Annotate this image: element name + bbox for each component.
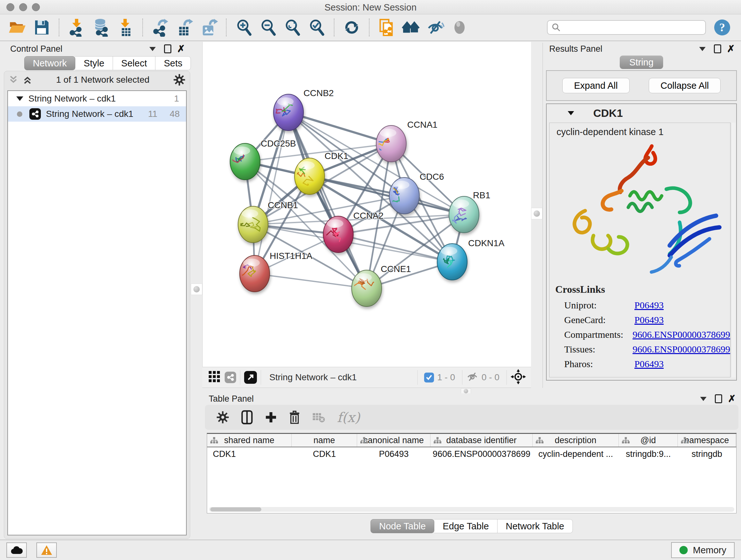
share-network-icon[interactable] <box>225 372 236 383</box>
table-cell[interactable]: P06493 <box>357 447 430 461</box>
tab-edge-table[interactable]: Edge Table <box>434 519 497 533</box>
tree-expand-icon[interactable] <box>16 97 23 101</box>
export-table-button[interactable] <box>174 17 195 38</box>
function-builder-icon[interactable]: f(x) <box>337 410 360 425</box>
crosslink-link[interactable]: P06493 <box>634 314 664 325</box>
string-home-button[interactable] <box>401 17 421 38</box>
table-cell[interactable]: stringdb <box>678 447 736 461</box>
network-node-CDC25B[interactable] <box>230 143 260 180</box>
import-table-button[interactable] <box>115 17 136 38</box>
zoom-out-button[interactable] <box>258 17 279 38</box>
zoom-fit-button[interactable] <box>282 17 303 38</box>
zoom-in-button[interactable] <box>233 17 254 38</box>
vertical-splitter-left[interactable] <box>191 42 202 388</box>
crosshair-icon[interactable] <box>511 369 526 386</box>
splitter-handle[interactable] <box>191 284 202 295</box>
network-node-CCNA1[interactable] <box>371 125 406 162</box>
column-header-namespace[interactable]: namespace <box>678 434 736 447</box>
memory-button[interactable]: Memory <box>671 542 735 558</box>
delete-column-icon[interactable] <box>289 411 300 424</box>
column-header-shared-name[interactable]: shared name <box>207 434 292 447</box>
tab-sets[interactable]: Sets <box>155 56 191 70</box>
gear-icon[interactable] <box>173 74 185 86</box>
crosslink-link[interactable]: 9606.ENSP00000378699 <box>632 344 730 355</box>
help-button[interactable]: ? <box>714 19 730 36</box>
network-node-CCNB1[interactable] <box>238 206 268 243</box>
network-canvas[interactable]: CCNB2CCNA1CDC25BCDK1CDC6RB1CCNB1CCNA2CDK… <box>202 42 531 367</box>
import-database-button[interactable] <box>90 17 111 38</box>
horizontal-splitter[interactable] <box>202 388 741 393</box>
collapse-all-tree-icon[interactable] <box>23 75 32 84</box>
scrollbar-thumb[interactable] <box>210 507 261 511</box>
network-edge[interactable] <box>255 112 288 273</box>
collapse-entry-icon[interactable] <box>568 111 574 115</box>
network-node-HIST1H1A[interactable] <box>239 255 270 292</box>
tab-node-table[interactable]: Node Table <box>370 519 434 533</box>
tab-network-table[interactable]: Network Table <box>497 519 573 533</box>
warnings-button[interactable] <box>37 543 57 558</box>
splitter-handle[interactable] <box>531 208 542 219</box>
table-cell[interactable]: 9606.ENSP00000378699 <box>430 447 533 461</box>
float-panel-icon[interactable] <box>715 394 722 403</box>
birdseye-grid-icon[interactable] <box>209 371 220 384</box>
search-input[interactable] <box>563 22 701 33</box>
column-header-@id[interactable]: @id <box>619 434 678 447</box>
network-node-CCNA2[interactable] <box>323 216 353 253</box>
open-session-button[interactable] <box>7 17 28 38</box>
string-reload-button[interactable] <box>376 17 397 38</box>
refresh-layout-button[interactable] <box>341 17 362 38</box>
zoom-selected-button[interactable] <box>306 17 327 38</box>
hide-glass-button[interactable] <box>425 17 446 38</box>
tab-style[interactable]: Style <box>75 56 113 70</box>
table-gear-icon[interactable] <box>216 411 229 424</box>
export-image-button[interactable] <box>198 17 219 38</box>
column-header-database-identifier[interactable]: database identifier <box>430 434 533 447</box>
tab-network[interactable]: Network <box>24 56 75 70</box>
close-panel-icon[interactable]: ✗ <box>177 44 185 54</box>
splitter-handle[interactable] <box>461 388 471 394</box>
network-edge[interactable] <box>288 112 391 144</box>
cloud-button[interactable] <box>6 543 27 558</box>
delete-table-icon[interactable] <box>312 412 325 423</box>
table-cell[interactable]: cyclin-dependent ... <box>533 447 619 461</box>
crosslink-link[interactable]: P06493 <box>634 300 664 311</box>
save-session-button[interactable] <box>31 17 52 38</box>
hidden-eye-icon[interactable] <box>466 371 478 383</box>
tab-string[interactable]: String <box>620 56 663 69</box>
expand-all-tree-icon[interactable] <box>9 75 18 84</box>
network-collection-row[interactable]: String Network – cdk1 1 <box>8 91 186 106</box>
column-header-canonical-name[interactable]: canonical name <box>357 434 430 447</box>
selected-checkbox-icon[interactable] <box>424 373 434 382</box>
add-column-icon[interactable] <box>265 411 277 423</box>
network-node-CDKN1A[interactable] <box>437 244 467 280</box>
float-panel-icon[interactable] <box>714 44 721 53</box>
panel-menu-icon[interactable] <box>700 397 706 401</box>
import-network-button[interactable] <box>66 17 87 38</box>
export-network-button[interactable] <box>150 17 171 38</box>
network-node-CDC6[interactable] <box>386 178 419 214</box>
network-edge[interactable] <box>255 273 367 288</box>
float-panel-icon[interactable] <box>164 44 172 53</box>
table-cell[interactable]: CDK1 <box>207 447 292 461</box>
collapse-all-button[interactable]: Collapse All <box>649 78 721 93</box>
vertical-splitter-right[interactable] <box>531 42 542 388</box>
close-panel-icon[interactable]: ✗ <box>728 394 736 403</box>
crosslink-link[interactable]: P06493 <box>634 359 664 369</box>
close-panel-icon[interactable]: ✗ <box>727 44 735 54</box>
network-node-CCNB2[interactable] <box>273 94 304 131</box>
results-scrollbar[interactable] <box>731 123 736 377</box>
column-header-name[interactable]: name <box>292 434 357 447</box>
network-node-CCNE1[interactable] <box>352 270 382 307</box>
panel-menu-icon[interactable] <box>149 47 156 51</box>
tab-select[interactable]: Select <box>113 56 156 70</box>
open-in-window-icon[interactable] <box>244 371 257 384</box>
network-node-CDK1[interactable] <box>293 158 325 194</box>
expand-all-button[interactable]: Expand All <box>562 78 630 93</box>
column-header-description[interactable]: description <box>533 434 619 447</box>
network-edge[interactable] <box>288 112 367 288</box>
table-hscrollbar[interactable] <box>209 507 734 512</box>
network-row[interactable]: String Network – cdk1 11 48 <box>8 106 186 122</box>
table-cell[interactable]: CDK1 <box>292 447 357 461</box>
table-row[interactable]: CDK1CDK1P064939606.ENSP00000378699cyclin… <box>207 447 736 461</box>
crosslink-link[interactable]: 9606.ENSP00000378699 <box>632 329 730 340</box>
